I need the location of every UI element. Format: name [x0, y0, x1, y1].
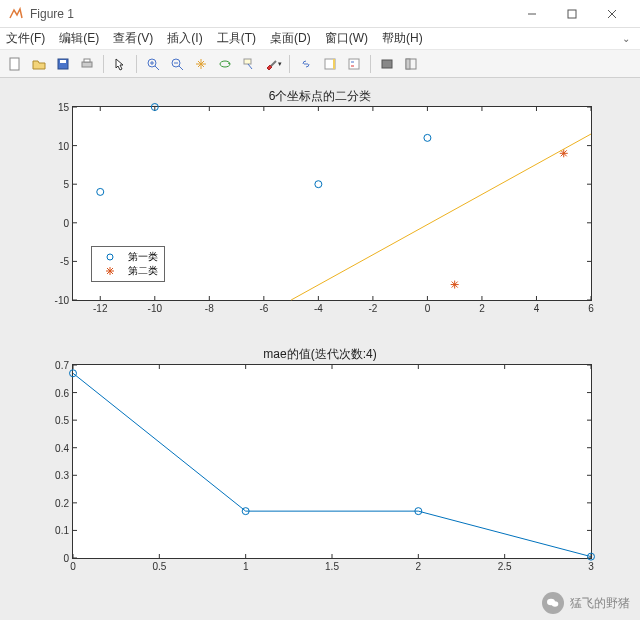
svg-point-63: [315, 181, 322, 188]
matlab-logo-icon: [8, 6, 24, 22]
menu-view[interactable]: 查看(V): [113, 30, 153, 47]
menu-window[interactable]: 窗口(W): [325, 30, 368, 47]
figure-area: 6个坐标点的二分类 第一类 第二类 -12-10-8-6-4-20246-10-…: [0, 78, 640, 620]
y-tick-label: 15: [43, 102, 73, 113]
x-tick-label: 0.5: [152, 558, 166, 572]
y-tick-label: -10: [43, 295, 73, 306]
toolbar-separator: [370, 55, 371, 73]
y-tick-label: 0.7: [43, 360, 73, 371]
menu-file[interactable]: 文件(F): [6, 30, 45, 47]
chart2-axes[interactable]: 00.511.522.5300.10.20.30.40.50.60.7: [72, 364, 592, 559]
svg-point-108: [70, 370, 77, 377]
legend-row: 第二类: [98, 264, 158, 278]
svg-rect-23: [349, 59, 359, 69]
y-tick-label: 0.5: [43, 415, 73, 426]
menu-desktop[interactable]: 桌面(D): [270, 30, 311, 47]
svg-rect-22: [333, 59, 335, 69]
y-tick-label: 0.3: [43, 470, 73, 481]
menu-insert[interactable]: 插入(I): [167, 30, 202, 47]
x-tick-label: -6: [259, 300, 268, 314]
chart1-title: 6个坐标点的二分类: [0, 88, 640, 105]
link-icon[interactable]: [295, 53, 317, 75]
y-tick-label: 0.2: [43, 497, 73, 508]
legend-label-2: 第二类: [128, 264, 158, 278]
minimize-button[interactable]: [512, 0, 552, 28]
legend-row: 第一类: [98, 250, 158, 264]
y-tick-label: 5: [43, 179, 73, 190]
toolbar-separator: [136, 55, 137, 73]
svg-point-73: [107, 254, 113, 260]
x-tick-label: 3: [588, 558, 594, 572]
title-bar: Figure 1: [0, 0, 640, 28]
window-title: Figure 1: [30, 7, 512, 21]
legend-label-1: 第一类: [128, 250, 158, 264]
menu-bar: 文件(F) 编辑(E) 查看(V) 插入(I) 工具(T) 桌面(D) 窗口(W…: [0, 28, 640, 50]
svg-point-64: [424, 134, 431, 141]
zoom-in-icon[interactable]: [142, 53, 164, 75]
y-tick-label: -5: [43, 256, 73, 267]
watermark-text: 猛飞的野猪: [570, 595, 630, 612]
x-tick-label: 2: [479, 300, 485, 314]
save-icon[interactable]: [52, 53, 74, 75]
pointer-icon[interactable]: [109, 53, 131, 75]
svg-rect-26: [382, 60, 392, 68]
hide-tools-icon[interactable]: [376, 53, 398, 75]
menu-tools[interactable]: 工具(T): [217, 30, 256, 47]
y-tick-label: 0.4: [43, 442, 73, 453]
svg-rect-28: [406, 59, 410, 69]
x-tick-label: -2: [368, 300, 377, 314]
x-tick-label: 2: [416, 558, 422, 572]
svg-rect-17: [244, 59, 251, 64]
svg-line-18: [248, 64, 252, 69]
open-icon[interactable]: [28, 53, 50, 75]
chart2-title: mae的值(迭代次数:4): [0, 346, 640, 363]
x-tick-label: -12: [93, 300, 107, 314]
x-tick-label: -10: [148, 300, 162, 314]
x-tick-label: -4: [314, 300, 323, 314]
svg-point-113: [552, 601, 559, 606]
svg-rect-8: [84, 59, 90, 62]
x-tick-label: 1: [243, 558, 249, 572]
rotate3d-icon[interactable]: [214, 53, 236, 75]
wechat-icon: [542, 592, 564, 614]
new-icon[interactable]: [4, 53, 26, 75]
svg-line-19: [271, 61, 276, 66]
x-tick-label: 1.5: [325, 558, 339, 572]
print-icon[interactable]: [76, 53, 98, 75]
x-tick-label: 0: [425, 300, 431, 314]
dock-icon[interactable]: [400, 53, 422, 75]
toolbar: ▾: [0, 50, 640, 78]
svg-rect-7: [82, 62, 92, 67]
menu-help[interactable]: 帮助(H): [382, 30, 423, 47]
svg-line-14: [179, 66, 183, 70]
datatip-icon[interactable]: [238, 53, 260, 75]
x-tick-label: -8: [205, 300, 214, 314]
y-tick-label: 0: [43, 553, 73, 564]
svg-rect-6: [60, 60, 66, 63]
toolbar-separator: [103, 55, 104, 73]
menu-edit[interactable]: 编辑(E): [59, 30, 99, 47]
close-button[interactable]: [592, 0, 632, 28]
watermark: 猛飞的野猪: [542, 592, 630, 614]
y-tick-label: 0.1: [43, 525, 73, 536]
y-tick-label: 0: [43, 217, 73, 228]
zoom-out-icon[interactable]: [166, 53, 188, 75]
pan-icon[interactable]: [190, 53, 212, 75]
colorbar-icon[interactable]: [319, 53, 341, 75]
x-tick-label: 2.5: [498, 558, 512, 572]
chart1-legend[interactable]: 第一类 第二类: [91, 246, 165, 282]
svg-rect-1: [568, 10, 576, 18]
y-tick-label: 0.6: [43, 387, 73, 398]
x-tick-label: 6: [588, 300, 594, 314]
svg-point-61: [97, 188, 104, 195]
maximize-button[interactable]: [552, 0, 592, 28]
x-tick-label: 4: [534, 300, 540, 314]
menu-chevron-icon[interactable]: ⌄: [622, 33, 634, 44]
toolbar-separator: [289, 55, 290, 73]
chart1-axes[interactable]: 第一类 第二类 -12-10-8-6-4-20246-10-5051015: [72, 106, 592, 301]
y-tick-label: 10: [43, 140, 73, 151]
svg-line-10: [155, 66, 159, 70]
legend-icon[interactable]: [343, 53, 365, 75]
svg-rect-4: [10, 58, 19, 70]
brush-icon[interactable]: ▾: [262, 53, 284, 75]
